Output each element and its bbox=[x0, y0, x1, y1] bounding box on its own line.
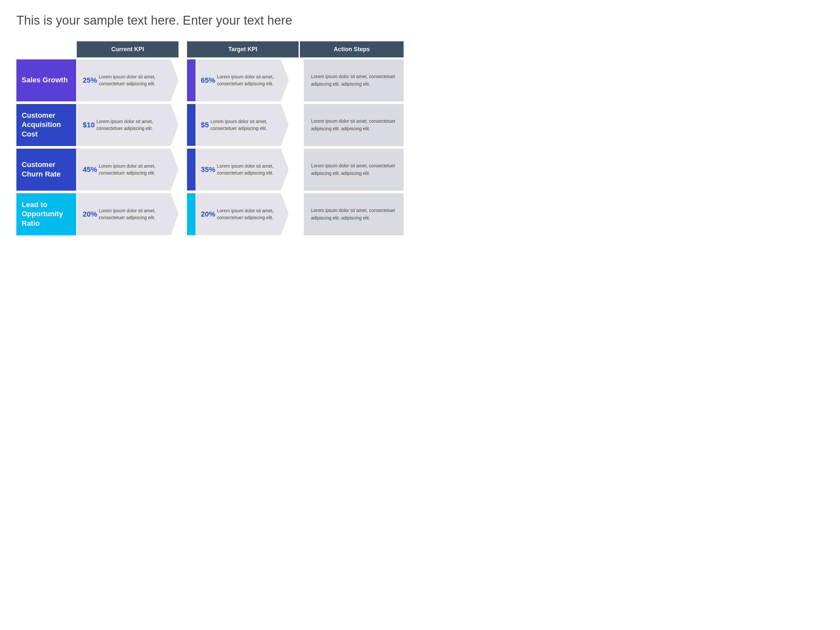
target-chevron-customer-acquisition-cost: $5 Lorem ipsum dolor sit amet, consectet… bbox=[196, 104, 289, 146]
current-text-sales-growth: Lorem ipsum dolor sit amet, consectetuer… bbox=[99, 74, 165, 87]
row-label-customer-churn-rate: Customer Churn Rate bbox=[16, 148, 76, 191]
action-cell-customer-churn-rate: Lorem ipsum dolor sit amet, consectetuer… bbox=[304, 148, 404, 191]
current-kpi-cell-customer-acquisition-cost: $10 Lorem ipsum dolor sit amet, consecte… bbox=[77, 104, 178, 146]
kpi-rows: Sales Growth 25% Lorem ipsum dolor sit a… bbox=[16, 59, 404, 235]
target-kpi-cell-lead-to-opportunity-ratio: 20% Lorem ipsum dolor sit amet, consecte… bbox=[187, 193, 289, 235]
action-cell-lead-to-opportunity-ratio: Lorem ipsum dolor sit amet, consectetuer… bbox=[304, 193, 404, 235]
table-header: Current KPI Target KPI Action Steps bbox=[16, 41, 404, 57]
accent-strip-customer-churn-rate bbox=[187, 148, 196, 191]
table-row: Customer Churn Rate 45% Lorem ipsum dolo… bbox=[16, 148, 404, 191]
target-inner-sales-growth: 65% Lorem ipsum dolor sit amet, consecte… bbox=[187, 59, 289, 101]
current-kpi-cell-sales-growth: 25% Lorem ipsum dolor sit amet, consecte… bbox=[77, 59, 178, 101]
table-row: Sales Growth 25% Lorem ipsum dolor sit a… bbox=[16, 59, 404, 101]
current-value-lead-to-opportunity-ratio: 20% bbox=[83, 209, 97, 219]
action-text-customer-churn-rate: Lorem ipsum dolor sit amet, consectetuer… bbox=[311, 162, 396, 177]
current-chevron-lead-to-opportunity-ratio: 20% Lorem ipsum dolor sit amet, consecte… bbox=[77, 193, 178, 235]
current-text-customer-acquisition-cost: Lorem ipsum dolor sit amet, consectetuer… bbox=[96, 118, 165, 132]
current-value-customer-churn-rate: 45% bbox=[83, 164, 97, 175]
target-kpi-cell-sales-growth: 65% Lorem ipsum dolor sit amet, consecte… bbox=[187, 59, 289, 101]
target-text-lead-to-opportunity-ratio: Lorem ipsum dolor sit amet, consectetuer… bbox=[217, 207, 276, 221]
target-value-customer-acquisition-cost: $5 bbox=[201, 120, 209, 130]
target-chevron-lead-to-opportunity-ratio: 20% Lorem ipsum dolor sit amet, consecte… bbox=[196, 193, 289, 235]
current-kpi-cell-lead-to-opportunity-ratio: 20% Lorem ipsum dolor sit amet, consecte… bbox=[77, 193, 178, 235]
current-value-sales-growth: 25% bbox=[83, 75, 97, 86]
page-title: This is your sample text here. Enter you… bbox=[16, 13, 404, 28]
header-empty-cell bbox=[16, 41, 76, 57]
current-value-customer-acquisition-cost: $10 bbox=[83, 120, 95, 130]
table-row: Customer Acquisition Cost $10 Lorem ipsu… bbox=[16, 104, 404, 146]
current-chevron-sales-growth: 25% Lorem ipsum dolor sit amet, consecte… bbox=[77, 59, 178, 101]
table-row: Lead to Opportunity Ratio 20% Lorem ipsu… bbox=[16, 193, 404, 235]
current-chevron-customer-acquisition-cost: $10 Lorem ipsum dolor sit amet, consecte… bbox=[77, 104, 178, 146]
target-text-customer-churn-rate: Lorem ipsum dolor sit amet, consectetuer… bbox=[217, 163, 276, 177]
target-kpi-cell-customer-acquisition-cost: $5 Lorem ipsum dolor sit amet, consectet… bbox=[187, 104, 289, 146]
target-text-customer-acquisition-cost: Lorem ipsum dolor sit amet, consectetuer… bbox=[210, 118, 276, 132]
target-value-lead-to-opportunity-ratio: 20% bbox=[201, 209, 215, 219]
target-value-sales-growth: 65% bbox=[201, 75, 215, 86]
current-kpi-cell-customer-churn-rate: 45% Lorem ipsum dolor sit amet, consecte… bbox=[77, 148, 178, 191]
header-action-steps: Action Steps bbox=[300, 41, 404, 57]
accent-strip-lead-to-opportunity-ratio bbox=[187, 193, 196, 235]
target-value-customer-churn-rate: 35% bbox=[201, 164, 215, 175]
current-text-customer-churn-rate: Lorem ipsum dolor sit amet, consectetuer… bbox=[99, 163, 165, 177]
header-target-kpi: Target KPI bbox=[187, 41, 298, 57]
action-cell-sales-growth: Lorem ipsum dolor sit amet, consectetuer… bbox=[304, 59, 404, 101]
accent-strip-sales-growth bbox=[187, 59, 196, 101]
target-inner-customer-churn-rate: 35% Lorem ipsum dolor sit amet, consecte… bbox=[187, 148, 289, 191]
action-text-lead-to-opportunity-ratio: Lorem ipsum dolor sit amet, consectetuer… bbox=[311, 207, 396, 221]
current-text-lead-to-opportunity-ratio: Lorem ipsum dolor sit amet, consectetuer… bbox=[99, 207, 165, 221]
target-chevron-customer-churn-rate: 35% Lorem ipsum dolor sit amet, consecte… bbox=[196, 148, 289, 191]
row-label-customer-acquisition-cost: Customer Acquisition Cost bbox=[16, 104, 76, 146]
row-label-lead-to-opportunity-ratio: Lead to Opportunity Ratio bbox=[16, 193, 76, 235]
action-text-sales-growth: Lorem ipsum dolor sit amet, consectetuer… bbox=[311, 73, 396, 88]
target-inner-lead-to-opportunity-ratio: 20% Lorem ipsum dolor sit amet, consecte… bbox=[187, 193, 289, 235]
target-kpi-cell-customer-churn-rate: 35% Lorem ipsum dolor sit amet, consecte… bbox=[187, 148, 289, 191]
row-label-sales-growth: Sales Growth bbox=[16, 59, 76, 101]
target-chevron-sales-growth: 65% Lorem ipsum dolor sit amet, consecte… bbox=[196, 59, 289, 101]
accent-strip-customer-acquisition-cost bbox=[187, 104, 196, 146]
header-current-kpi: Current KPI bbox=[77, 41, 178, 57]
target-text-sales-growth: Lorem ipsum dolor sit amet, consectetuer… bbox=[217, 74, 276, 87]
target-inner-customer-acquisition-cost: $5 Lorem ipsum dolor sit amet, consectet… bbox=[187, 104, 289, 146]
current-chevron-customer-churn-rate: 45% Lorem ipsum dolor sit amet, consecte… bbox=[77, 148, 178, 191]
action-cell-customer-acquisition-cost: Lorem ipsum dolor sit amet, consectetuer… bbox=[304, 104, 404, 146]
action-text-customer-acquisition-cost: Lorem ipsum dolor sit amet, consectetuer… bbox=[311, 117, 396, 132]
